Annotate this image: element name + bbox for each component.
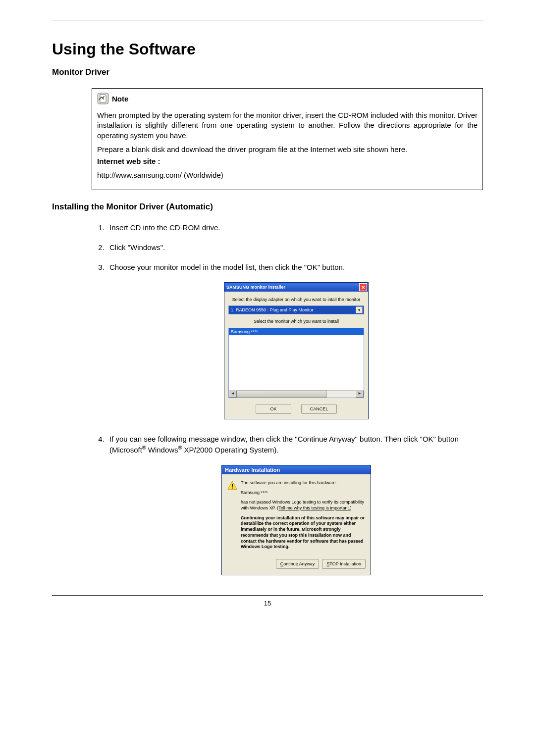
ok-button[interactable]: OK: [256, 404, 291, 414]
step-3: Choose your monitor model in the model l…: [107, 262, 483, 419]
monitor-list[interactable]: Samsung **** ◄ ►: [228, 328, 364, 398]
section-monitor-driver: Monitor Driver: [52, 67, 483, 77]
continue-anyway-button[interactable]: CContinue Anywayontinue Anyway: [276, 559, 320, 569]
tell-me-why-link[interactable]: Tell me why this testing is important.: [278, 505, 350, 510]
cancel-button[interactable]: CANCEL: [301, 404, 337, 414]
hw-text-2: Samsung ****: [241, 490, 366, 496]
bottom-rule: [52, 595, 483, 596]
dialog-titlebar: SAMSUNG monitor installer ✕: [224, 283, 368, 292]
step-4: If you can see following message window,…: [107, 434, 483, 575]
note-internet-label: Internet web site :: [97, 156, 478, 166]
warning-icon: [227, 480, 241, 554]
horizontal-scrollbar[interactable]: ◄ ►: [229, 390, 364, 398]
dialog-label-monitor: Select the monitor which you want to ins…: [228, 318, 364, 324]
hardware-installation-dialog: Hardware Installation The software you a…: [221, 465, 371, 575]
note-icon: [97, 93, 109, 104]
svg-rect-1: [232, 484, 233, 487]
step-1: Insert CD into the CD-ROM drive.: [107, 223, 483, 233]
note-label: Note: [112, 95, 128, 103]
scroll-left-icon[interactable]: ◄: [229, 391, 237, 398]
svg-rect-2: [232, 488, 233, 489]
chevron-down-icon[interactable]: ▼: [356, 306, 363, 313]
dialog-label-adapter: Select the display adapter on which you …: [228, 297, 364, 302]
note-url: http://www.samsung.com/ (Worldwide): [97, 170, 478, 180]
page-title: Using the Software: [52, 40, 483, 58]
adapter-select[interactable]: 1. RADEON 9550 : Plug and Play Monitor ▼: [228, 305, 364, 314]
step-2: Click "Windows".: [107, 243, 483, 252]
dialog-title-text: SAMSUNG monitor installer: [226, 284, 285, 290]
stop-installation-button[interactable]: STOP Installation: [322, 559, 366, 569]
adapter-select-value: 1. RADEON 9550 : Plug and Play Monitor: [231, 307, 314, 313]
page-number: 15: [52, 600, 483, 607]
hw-text-1: The software you are installing for this…: [241, 480, 366, 486]
dialog-title-text: Hardware Installation: [222, 465, 371, 474]
note-paragraph-2: Prepare a blank disk and download the dr…: [97, 145, 478, 154]
samsung-installer-dialog: SAMSUNG monitor installer ✕ Select the d…: [224, 282, 369, 419]
close-icon[interactable]: ✕: [359, 283, 367, 291]
top-rule: [52, 20, 483, 20]
steps-list: Insert CD into the CD-ROM drive. Click "…: [92, 223, 483, 575]
monitor-list-item-selected[interactable]: Samsung ****: [229, 328, 364, 335]
hw-text-3: has not passed Windows Logo testing to v…: [241, 500, 366, 511]
scroll-right-icon[interactable]: ►: [356, 391, 364, 398]
hw-text-4: Continuing your installation of this sof…: [241, 515, 366, 550]
registered-mark: ®: [142, 445, 146, 451]
section-installing: Installing the Monitor Driver (Automatic…: [52, 202, 483, 212]
note-paragraph-1: When prompted by the operating system fo…: [97, 110, 478, 141]
note-box: Note When prompted by the operating syst…: [92, 88, 483, 190]
scroll-thumb[interactable]: [237, 391, 327, 398]
